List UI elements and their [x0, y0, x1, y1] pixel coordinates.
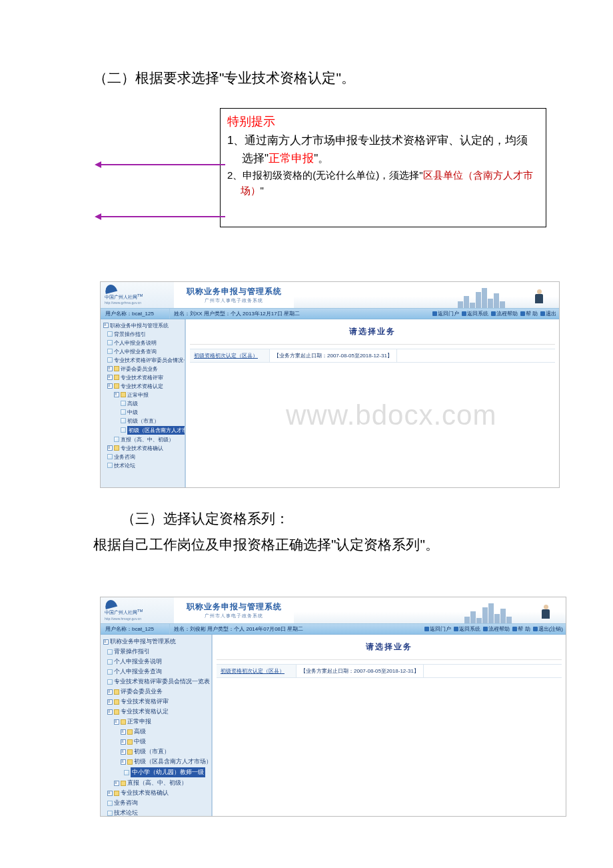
tree-node[interactable]: 高级 — [102, 399, 183, 408]
expand-icon[interactable] — [114, 719, 119, 725]
help-button[interactable]: 帮 助 — [520, 310, 538, 317]
tree-label: 初级（区县含南方人才市场） — [127, 426, 186, 435]
expand-icon[interactable] — [114, 781, 119, 786]
tree-label: 初级（区县含南方人才市场） — [134, 758, 212, 765]
tree-node[interactable]: 中级 — [102, 408, 183, 417]
doc-icon — [107, 340, 113, 345]
info-buttons: 返回门户 返回系统 流程帮助 帮 助 退出 — [432, 310, 556, 317]
tree-node[interactable]: 专业技术资格评审 — [102, 373, 183, 382]
tree-label: 直报（高、中、初级） — [127, 779, 187, 786]
tree-node[interactable]: 中级 — [102, 737, 210, 747]
section-2-title: （二）根据要求选择"专业技术资格认定"。 — [93, 67, 560, 89]
tree-node[interactable]: 专业技术资格评审委员会情况一览表 — [102, 677, 210, 687]
expand-icon[interactable] — [121, 759, 126, 765]
section-3-body: 根据自己工作岗位及申报资格正确选择"认定资格系列"。 — [93, 533, 560, 557]
tree-node[interactable]: 正常申报 — [102, 391, 183, 399]
expand-icon[interactable] — [103, 323, 109, 328]
doc-icon — [107, 659, 113, 665]
back-system-button[interactable]: 返回系统 — [462, 310, 488, 317]
business-link[interactable]: 初级资格初次认定（区县） — [217, 665, 297, 677]
btn-label: 返回门户 — [438, 310, 459, 317]
tree-node[interactable]: 技术论坛 — [102, 808, 210, 816]
logo-area: 中国广州人社网TM http://www.gzhrss.gov.cn — [101, 282, 174, 308]
content-title: 请选择业务 — [190, 322, 555, 345]
btn-label: 帮 助 — [526, 310, 538, 317]
tree-node[interactable]: 技术论坛 — [102, 461, 183, 470]
btn-label: 流程帮助 — [488, 625, 510, 633]
watermark-text: www.bdocx.com — [286, 399, 496, 431]
tree-node[interactable]: 业务咨询 — [102, 453, 183, 461]
tree-node[interactable]: 专业技术资格评审 — [102, 697, 210, 707]
tree-node[interactable]: 初级（区县含南方人才市场） — [102, 757, 210, 767]
content-pane: 请选择业务 初级资格初次认定（区县） 【业务方案起止日期：2007-08-05至… — [213, 635, 566, 816]
expand-icon[interactable] — [107, 445, 113, 451]
tree-node[interactable]: 专业技术资格认定 — [102, 382, 183, 391]
tree-label: 背景操作指引 — [114, 648, 150, 655]
callout-heading: 特别提示 — [227, 113, 539, 131]
folder-icon — [114, 375, 119, 380]
expand-icon[interactable] — [121, 739, 126, 745]
tree-node[interactable]: 背景操作指引 — [102, 647, 210, 657]
tree-node[interactable]: 初级（市直） — [102, 417, 183, 425]
tree-node[interactable]: 业务咨询 — [102, 798, 210, 808]
tree-node[interactable]: 评委会委员业务 — [102, 365, 183, 373]
process-help-button[interactable]: 流程帮助 — [483, 625, 510, 633]
expand-icon[interactable] — [107, 366, 113, 371]
person-illustration — [540, 605, 551, 623]
section-3-title: （三）选择认定资格系列： — [93, 507, 560, 531]
tree-label: 技术论坛 — [114, 809, 138, 816]
tree-node-selected[interactable]: 中小学（幼儿园）教师一级 — [102, 767, 210, 778]
expand-icon[interactable] — [107, 791, 113, 796]
expand-icon[interactable] — [107, 383, 113, 389]
doc-icon — [107, 801, 113, 806]
app-title-area: 职称业务申报与管理系统 广州市人事电子政务系统 — [174, 597, 294, 623]
tree-node[interactable]: 初级（市直） — [102, 747, 210, 757]
expand-icon[interactable] — [121, 729, 126, 735]
process-help-button[interactable]: 流程帮助 — [491, 310, 518, 317]
tree-node[interactable]: 个人申报业务查询 — [102, 667, 210, 677]
tree-label: 正常申报 — [127, 718, 151, 725]
tree-label: 正常申报 — [127, 392, 149, 398]
expand-icon[interactable] — [103, 639, 109, 645]
tree-node[interactable]: 专业技术资格确认 — [102, 444, 183, 453]
expand-icon[interactable] — [107, 375, 113, 380]
back-system-button[interactable]: 返回系统 — [454, 625, 480, 633]
btn-label: 返回系统 — [467, 310, 488, 317]
tree-node[interactable]: 直报（高、中、初级） — [102, 778, 210, 788]
tree-node[interactable]: 专业技术资格认定 — [102, 707, 210, 717]
folder-icon — [114, 383, 119, 389]
tree-node[interactable]: 背景操作指引 — [102, 330, 183, 339]
back-portal-button[interactable]: 返回门户 — [432, 310, 459, 317]
sidebar-tree[interactable]: 职称业务申报与管理系统 背景操作指引 个人申报业务说明 个人申报业务查询 专业技… — [101, 319, 186, 487]
expand-icon[interactable] — [107, 699, 113, 705]
tree-node-selected[interactable]: 初级（区县含南方人才市场） — [102, 425, 183, 435]
tree-node[interactable]: 个人申报业务说明 — [102, 657, 210, 667]
tree-root[interactable]: 职称业务申报与管理系统 — [102, 321, 183, 330]
expand-icon[interactable] — [107, 709, 113, 715]
left-arrow-annotation-icon — [100, 164, 225, 165]
doc-icon — [107, 811, 113, 816]
logout-button[interactable]: 退出 — [540, 310, 556, 317]
content-pane: 请选择业务 初级资格初次认定（区县） 【业务方案起止日期：2007-08-05至… — [186, 319, 559, 487]
tree-node[interactable]: 高级 — [102, 727, 210, 737]
back-portal-button[interactable]: 返回门户 — [424, 625, 451, 633]
tree-node[interactable]: 个人申报业务说明 — [102, 339, 183, 347]
tree-node[interactable]: 个人申报业务查询 — [102, 347, 183, 356]
tree-label: 中级 — [127, 409, 138, 415]
tree-root[interactable]: 职称业务申报与管理系统 — [102, 637, 210, 647]
help-button[interactable]: 帮 助 — [512, 625, 530, 633]
expand-icon[interactable] — [107, 689, 113, 695]
expand-icon[interactable] — [121, 749, 126, 755]
tree-label: 背景操作指引 — [114, 331, 146, 337]
expand-icon[interactable] — [114, 392, 119, 397]
tree-node[interactable]: 正常申报 — [102, 717, 210, 727]
business-link[interactable]: 初级资格初次认定（区县） — [190, 349, 270, 362]
logout-button[interactable]: 退出(注销) — [533, 625, 563, 633]
tree-node[interactable]: 评委会委员业务 — [102, 687, 210, 697]
tree-node[interactable]: 直报（高、中、初级） — [102, 435, 183, 444]
home-icon — [424, 627, 429, 631]
sidebar-tree[interactable]: 职称业务申报与管理系统 背景操作指引 个人申报业务说明 个人申报业务查询 专业技… — [101, 635, 213, 816]
tree-node[interactable]: 专业技术资格评审委员会情况一览表 — [102, 356, 183, 365]
tree-node[interactable]: 专业技术资格确认 — [102, 788, 210, 798]
tree-label: 评委会委员业务 — [121, 688, 163, 695]
